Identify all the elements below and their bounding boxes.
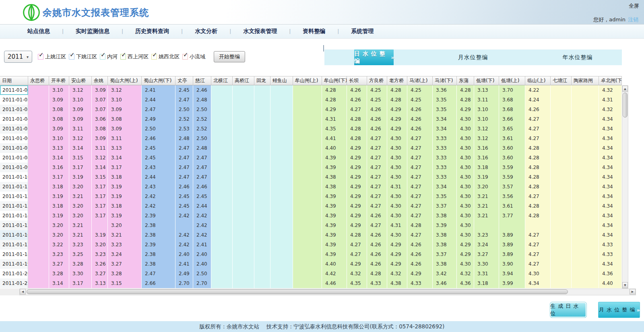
value-cell[interactable]: 2.38: [142, 259, 175, 269]
value-cell[interactable]: 3.09: [49, 124, 69, 134]
value-cell[interactable]: [211, 221, 233, 230]
value-cell[interactable]: 4.34: [599, 114, 622, 124]
value-cell[interactable]: 4.27: [525, 134, 551, 143]
value-cell[interactable]: 4.27: [367, 134, 387, 143]
value-cell[interactable]: 4.28: [457, 85, 474, 95]
value-cell[interactable]: 4.36: [599, 269, 622, 278]
value-cell[interactable]: [270, 240, 293, 250]
value-cell[interactable]: 3.77: [499, 211, 525, 221]
value-cell[interactable]: 3.21: [474, 201, 499, 211]
value-cell[interactable]: 4.27: [367, 182, 387, 192]
value-cell[interactable]: 3.20: [69, 201, 92, 211]
value-cell[interactable]: 4.30: [457, 124, 474, 134]
value-cell[interactable]: 3.14: [92, 163, 108, 172]
value-cell[interactable]: 2.46: [193, 85, 211, 95]
logout-link[interactable]: 注销: [628, 16, 638, 23]
value-cell[interactable]: 3.21: [69, 230, 92, 240]
value-cell[interactable]: 4.39: [322, 163, 347, 172]
date-cell[interactable]: 2011-01-16: [0, 230, 28, 240]
value-cell[interactable]: 4.27: [367, 163, 387, 172]
value-cell[interactable]: 4.27: [525, 114, 551, 124]
value-cell[interactable]: 4.27: [407, 230, 433, 240]
panel-splitter[interactable]: [323, 45, 324, 52]
value-cell[interactable]: [233, 259, 254, 269]
value-cell[interactable]: 3.33: [433, 172, 457, 182]
date-cell[interactable]: 2011-01-09: [0, 163, 28, 172]
value-cell[interactable]: 4.26: [367, 211, 387, 221]
value-cell[interactable]: 4.27: [367, 153, 387, 163]
value-cell[interactable]: 4.30: [457, 259, 474, 269]
value-cell[interactable]: 4.40: [322, 259, 347, 269]
value-cell[interactable]: [28, 221, 49, 230]
value-cell[interactable]: 4.30: [387, 143, 407, 153]
value-cell[interactable]: [551, 114, 572, 124]
value-cell[interactable]: 3.20: [69, 211, 92, 221]
value-cell[interactable]: 3.10: [474, 105, 499, 114]
tab-1[interactable]: 月水位整编: [445, 49, 501, 65]
date-cell[interactable]: 2011-01-11: [0, 182, 28, 192]
value-cell[interactable]: [293, 163, 322, 172]
value-cell[interactable]: [28, 172, 49, 182]
value-cell[interactable]: 4.27: [407, 192, 433, 201]
value-cell[interactable]: [293, 172, 322, 182]
value-cell[interactable]: [28, 211, 49, 221]
value-cell[interactable]: 2.46: [193, 182, 211, 192]
date-cell[interactable]: 2011-01-12: [0, 192, 28, 201]
value-cell[interactable]: [254, 250, 270, 259]
value-cell[interactable]: [211, 240, 233, 250]
value-cell[interactable]: 4.28: [457, 95, 474, 105]
value-cell[interactable]: [270, 114, 293, 124]
value-cell[interactable]: 2.52: [193, 114, 211, 124]
value-cell[interactable]: [572, 201, 599, 211]
value-cell[interactable]: 4.26: [407, 105, 433, 114]
value-cell[interactable]: 3.89: [499, 240, 525, 250]
value-cell[interactable]: 3.20: [69, 182, 92, 192]
value-cell[interactable]: 3.13: [92, 278, 108, 288]
value-cell[interactable]: 3.27: [474, 250, 499, 259]
value-cell[interactable]: 2.47: [175, 163, 193, 172]
value-cell[interactable]: [254, 240, 270, 250]
value-cell[interactable]: 3.60: [499, 143, 525, 153]
value-cell[interactable]: 3.19: [49, 192, 69, 201]
value-cell[interactable]: 2.44: [142, 172, 175, 182]
value-cell[interactable]: 4.26: [367, 114, 387, 124]
value-cell[interactable]: 2.47: [193, 153, 211, 163]
value-cell[interactable]: [551, 143, 572, 153]
value-cell[interactable]: [270, 85, 293, 95]
column-header-15[interactable]: 长坝: [347, 76, 367, 85]
value-cell[interactable]: [254, 143, 270, 153]
value-cell[interactable]: 3.37: [433, 201, 457, 211]
value-cell[interactable]: 2.47: [142, 105, 175, 114]
value-cell[interactable]: [233, 182, 254, 192]
value-cell[interactable]: 2.43: [142, 182, 175, 192]
value-cell[interactable]: [270, 95, 293, 105]
value-cell[interactable]: 4.24: [525, 95, 551, 105]
value-cell[interactable]: 4.30: [387, 153, 407, 163]
value-cell[interactable]: [211, 124, 233, 134]
value-cell[interactable]: 2.45: [142, 153, 175, 163]
value-cell[interactable]: [551, 163, 572, 172]
value-cell[interactable]: 3.89: [499, 250, 525, 259]
value-cell[interactable]: 3.16: [474, 153, 499, 163]
value-cell[interactable]: 4.28: [347, 124, 367, 134]
column-header-10[interactable]: 高桥江: [233, 76, 254, 85]
column-header-5[interactable]: 蜀山大闸(上): [108, 76, 142, 85]
value-cell[interactable]: [551, 269, 572, 278]
value-cell[interactable]: 4.28: [525, 143, 551, 153]
value-cell[interactable]: 3.12: [474, 124, 499, 134]
value-cell[interactable]: 4.32: [599, 85, 622, 95]
value-cell[interactable]: 4.30: [457, 201, 474, 211]
value-cell[interactable]: 4.29: [347, 153, 367, 163]
value-cell[interactable]: 2.45: [175, 192, 193, 201]
value-cell[interactable]: 4.29: [387, 240, 407, 250]
column-header-12[interactable]: 鲤鱼山: [270, 76, 293, 85]
value-cell[interactable]: [254, 269, 270, 278]
value-cell[interactable]: 2.50: [193, 105, 211, 114]
column-header-19[interactable]: 马渚(下): [433, 76, 457, 85]
value-cell[interactable]: 2.45: [175, 201, 193, 211]
value-cell[interactable]: [572, 192, 599, 201]
date-cell[interactable]: 2011-01-10: [0, 172, 28, 182]
value-cell[interactable]: 3.89: [499, 230, 525, 240]
value-cell[interactable]: 4.27: [407, 143, 433, 153]
value-cell[interactable]: [233, 250, 254, 259]
